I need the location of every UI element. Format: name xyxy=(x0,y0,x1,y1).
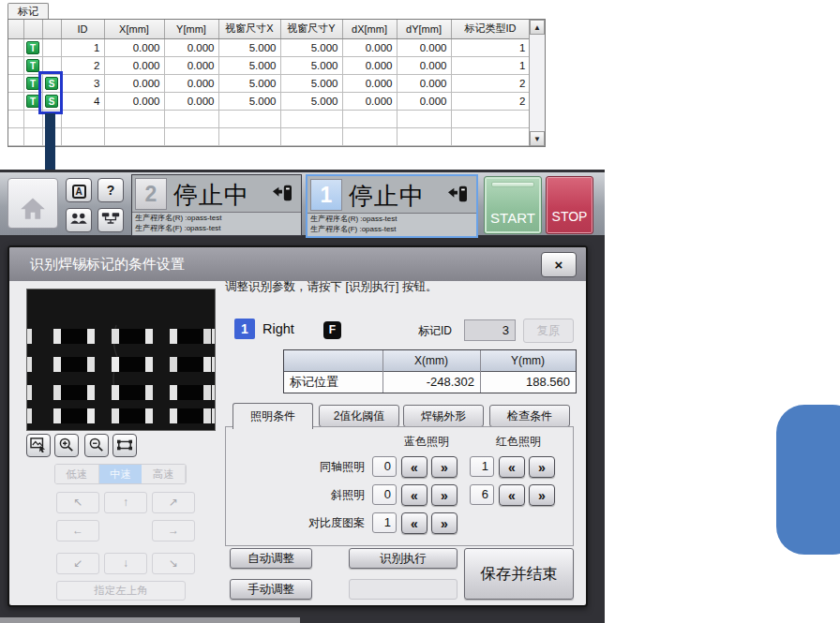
camera-view[interactable] xyxy=(26,289,216,431)
contrast-pattern-label: 对比度图案 xyxy=(226,512,365,533)
contrast-pattern-increase-button[interactable]: » xyxy=(431,512,458,534)
program-name-f: 生产程序名(F) :opass-test xyxy=(135,224,298,234)
start-indicator xyxy=(491,182,534,187)
auto-mode-icon: A xyxy=(72,185,86,199)
hand-stop-icon xyxy=(271,184,293,206)
table-row-empty[interactable] xyxy=(8,110,530,127)
col-dy: dY[mm] xyxy=(397,20,451,38)
mark-t-icon[interactable]: T xyxy=(26,41,39,54)
coaxial-blue-increase-button[interactable]: » xyxy=(431,456,458,478)
home-button[interactable] xyxy=(8,178,58,229)
position-header-y: Y(mm) xyxy=(480,350,576,372)
coaxial-red-increase-button[interactable]: » xyxy=(529,456,555,478)
machine1-status-panel[interactable]: 1 停止中 生产程序名(R) :opass-test 生产程序名(F) :opa… xyxy=(306,174,478,238)
restore-button[interactable]: 复原 xyxy=(523,319,574,343)
speed-medium[interactable]: 中速 xyxy=(99,465,142,483)
program-name-r: 生产程序名(R) :opass-test xyxy=(310,215,473,225)
coaxial-red-decrease-button[interactable]: « xyxy=(499,456,525,478)
contrast-pattern-decrease-button[interactable]: « xyxy=(401,512,428,534)
tab-marks[interactable]: 标记 xyxy=(8,3,49,20)
mark-id-field[interactable]: 3 xyxy=(464,319,516,341)
oblique-blue-increase-button[interactable]: » xyxy=(431,484,458,506)
mark-t-icon[interactable]: T xyxy=(26,95,39,108)
table-row[interactable]: T 2 0.000 0.000 5.000 5.000 0.000 0.000 … xyxy=(8,56,530,74)
table-row[interactable]: T S 4 0.000 0.000 5.000 5.000 0.000 0.00… xyxy=(8,92,530,110)
table-row-empty[interactable] xyxy=(8,127,530,145)
specify-top-left-corner-button[interactable]: 指定左上角 xyxy=(56,581,186,601)
jog-right-button[interactable]: → xyxy=(152,520,195,541)
table-row[interactable]: T 1 0.000 0.000 5.000 5.000 0.000 0.000 … xyxy=(8,38,530,56)
machine2-number: 2 xyxy=(135,178,167,210)
result-placeholder-button[interactable] xyxy=(349,579,458,600)
jog-down-right-button[interactable]: ↘ xyxy=(152,553,195,574)
coaxial-blue-decrease-button[interactable]: « xyxy=(401,456,428,478)
scroll-down-button[interactable]: ▼ xyxy=(530,131,545,146)
zoom-out-button[interactable] xyxy=(84,434,109,457)
help-button[interactable]: ? xyxy=(98,178,124,202)
col-window-y: 视窗尺寸Y xyxy=(280,20,342,38)
fit-view-button[interactable] xyxy=(112,434,137,457)
illumination-panel: 蓝色照明 红色照明 同轴照明 0 « » 1 « » 斜照明 0 « » 6 «… xyxy=(225,426,574,546)
dialog-title: 识别焊锡标记的条件设置 xyxy=(9,247,586,281)
col-window-x: 视窗尺寸X xyxy=(218,20,280,38)
col-t xyxy=(23,20,42,38)
mark-position-x: -248.302 xyxy=(382,372,480,393)
oblique-red-decrease-button[interactable]: « xyxy=(499,484,525,506)
recognition-execute-button[interactable]: 识别执行 xyxy=(349,548,458,569)
jog-left-button[interactable]: ← xyxy=(56,520,99,541)
speed-high[interactable]: 高速 xyxy=(142,465,186,483)
coaxial-blue-value[interactable]: 0 xyxy=(372,456,397,477)
start-button[interactable]: START xyxy=(484,176,542,234)
auto-mode-button[interactable]: A xyxy=(66,178,92,202)
screenshot-root: 标记 ID X[mm] Y[mm] 视窗尺寸X 视窗尺寸Y dX[mm] dY[… xyxy=(0,0,840,623)
coaxial-illumination-label: 同轴照明 xyxy=(226,456,365,477)
scroll-up-button[interactable]: ▲ xyxy=(530,20,545,35)
oblique-blue-value[interactable]: 0 xyxy=(372,484,397,505)
coaxial-red-value[interactable]: 1 xyxy=(470,456,494,477)
close-button[interactable]: × xyxy=(541,252,577,277)
network-icon xyxy=(101,213,120,228)
head-number-badge: 1 xyxy=(234,319,255,339)
zoom-in-icon xyxy=(58,441,75,455)
oblique-red-value[interactable]: 6 xyxy=(470,484,494,505)
col-selector xyxy=(8,20,23,38)
mark-t-icon[interactable]: T xyxy=(26,59,39,72)
save-and-finish-button[interactable]: 保存并结束 xyxy=(464,548,574,600)
bottom-strip xyxy=(0,617,300,623)
jog-up-left-button[interactable]: ↖ xyxy=(56,492,99,513)
mark-id-label: 标记ID xyxy=(418,323,452,339)
jog-down-left-button[interactable]: ↙ xyxy=(56,553,99,574)
tab-solder-shape[interactable]: 焊锡外形 xyxy=(403,405,484,427)
capture-image-button[interactable] xyxy=(26,434,51,457)
jog-up-right-button[interactable]: ↗ xyxy=(152,492,195,513)
network-button[interactable] xyxy=(98,208,124,232)
speed-low[interactable]: 低速 xyxy=(55,465,99,483)
mark-t-icon[interactable]: T xyxy=(26,77,39,90)
tab-inspection-conditions[interactable]: 检查条件 xyxy=(489,405,570,427)
side-label: Right xyxy=(262,321,294,336)
tab-binarization-threshold[interactable]: 2值化阈值 xyxy=(319,405,399,427)
jog-down-button[interactable]: ↓ xyxy=(104,553,147,574)
zoom-in-button[interactable] xyxy=(54,434,79,457)
table-row[interactable]: T S 3 0.000 0.000 5.000 5.000 0.000 0.00… xyxy=(8,74,530,92)
contrast-pattern-value[interactable]: 1 xyxy=(372,512,397,533)
auto-adjust-button[interactable]: 自动调整 xyxy=(230,548,312,569)
machine2-program-names: 生产程序名(R) :opass-test 生产程序名(F) :opass-tes… xyxy=(132,212,301,235)
machine2-status-panel[interactable]: 2 停止中 生产程序名(R) :opass-test 生产程序名(F) :opa… xyxy=(131,174,302,236)
tab-illumination[interactable]: 照明条件 xyxy=(232,403,313,429)
jog-up-button[interactable]: ↑ xyxy=(104,492,147,513)
help-icon: ? xyxy=(107,183,115,198)
col-y: Y[mm] xyxy=(164,20,218,38)
stop-button[interactable]: STOP xyxy=(546,176,593,234)
manual-adjust-button[interactable]: 手动调整 xyxy=(230,579,312,600)
machine1-status: 停止中 xyxy=(349,180,425,213)
program-name-f: 生产程序名(F) :opass-test xyxy=(310,225,473,235)
users-icon xyxy=(69,213,88,228)
col-x: X[mm] xyxy=(104,20,164,38)
f-flag-badge: F xyxy=(323,321,341,339)
program-name-r: 生产程序名(R) :opass-test xyxy=(135,214,298,224)
users-button[interactable] xyxy=(66,208,92,232)
oblique-red-increase-button[interactable]: » xyxy=(529,484,555,506)
vertical-scrollbar[interactable]: ▲ ▼ xyxy=(529,20,545,146)
oblique-blue-decrease-button[interactable]: « xyxy=(401,484,428,506)
